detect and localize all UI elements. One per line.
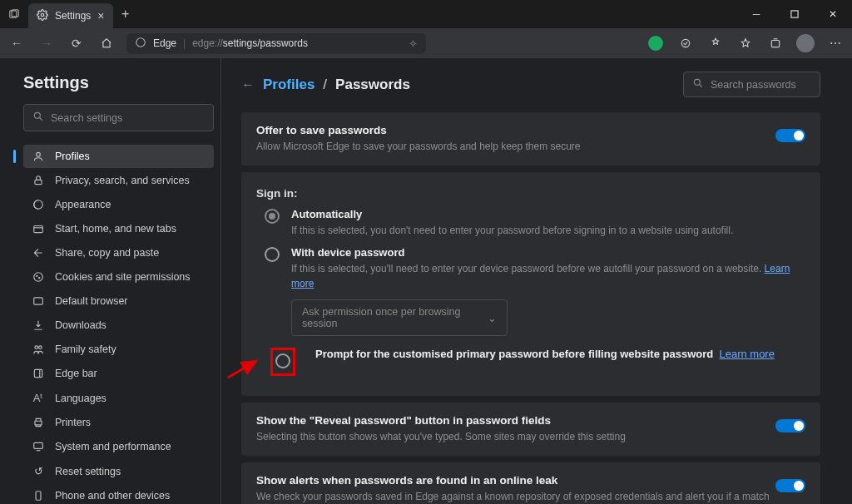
svg-point-8: [37, 152, 41, 156]
svg-rect-20: [34, 442, 43, 448]
signin-heading: Sign in:: [256, 184, 805, 208]
svg-rect-6: [771, 41, 779, 47]
cookie-icon: [32, 271, 45, 283]
annotation-arrow: [226, 356, 261, 381]
edge-icon: [135, 37, 146, 51]
sidebar-item-printers[interactable]: Printers: [23, 411, 214, 434]
sidebar-item-privacy[interactable]: Privacy, search, and services: [23, 169, 214, 192]
sidebar-item-edgebar[interactable]: Edge bar: [23, 362, 214, 385]
breadcrumb-current: Passwords: [335, 77, 410, 93]
phone-icon: [32, 490, 45, 502]
alerts-section: Show alerts when passwords are found in …: [241, 462, 820, 504]
radio-prompt[interactable]: [275, 353, 290, 368]
radio-device[interactable]: [265, 247, 280, 262]
offer-title: Offer to save passwords: [256, 124, 775, 136]
sidebar-item-cookies[interactable]: Cookies and site permissions: [23, 265, 214, 289]
signin-auto-option[interactable]: Automatically If this is selected, you d…: [256, 208, 805, 238]
extensions-icon[interactable]: [702, 30, 729, 57]
extension-grammar-icon[interactable]: [642, 30, 669, 57]
reveal-row: Show the "Reveal password" button in pas…: [241, 403, 820, 456]
svg-rect-21: [36, 492, 41, 501]
refresh-button[interactable]: ⟳: [63, 30, 90, 57]
svg-rect-9: [35, 180, 42, 184]
sidebar-item-appearance[interactable]: Appearance: [23, 193, 214, 216]
svg-rect-19: [35, 421, 42, 425]
gear-icon: [37, 9, 48, 23]
svg-point-12: [34, 273, 43, 282]
svg-line-25: [228, 361, 256, 378]
favorites-icon[interactable]: [732, 30, 759, 57]
alerts-toggle[interactable]: [775, 479, 805, 492]
tabs-icon: [32, 223, 45, 235]
svg-point-13: [37, 275, 37, 276]
ask-permission-select[interactable]: Ask permission once per browsing session…: [291, 299, 508, 336]
breadcrumb-back-icon[interactable]: ←: [241, 77, 255, 92]
chevron-down-icon: ⌄: [488, 312, 497, 324]
new-tab-button[interactable]: +: [113, 7, 138, 22]
close-tab-icon[interactable]: ×: [97, 9, 104, 22]
sidebar-item-family[interactable]: Family safety: [23, 338, 214, 361]
svg-point-7: [34, 112, 40, 118]
sidebar-item-system[interactable]: System and performance: [23, 435, 214, 458]
breadcrumb-separator: /: [323, 77, 327, 93]
offer-save-passwords-row: Offer to save passwords Allow Microsoft …: [241, 112, 820, 166]
sidebar-item-downloads[interactable]: Downloads: [23, 314, 214, 337]
offer-desc: Allow Microsoft Edge to save your passwo…: [256, 139, 775, 154]
favorite-icon[interactable]: ✧: [409, 37, 418, 50]
reveal-toggle[interactable]: [775, 419, 805, 432]
sidebar-item-reset[interactable]: ↺Reset settings: [23, 459, 214, 483]
sidebar-item-start[interactable]: Start, home, and new tabs: [23, 217, 214, 240]
share-icon: [32, 247, 45, 259]
profile-icon: [32, 151, 45, 162]
minimize-button[interactable]: ─: [737, 0, 775, 28]
appearance-icon: [32, 199, 45, 210]
search-passwords-input[interactable]: Search passwords: [683, 72, 820, 97]
svg-point-4: [136, 37, 146, 47]
close-window-button[interactable]: ✕: [814, 0, 852, 28]
sidebar-item-default-browser[interactable]: Default browser: [23, 289, 214, 313]
tab-title: Settings: [55, 10, 91, 22]
sidebar-item-phone[interactable]: Phone and other devices: [23, 484, 214, 504]
home-button[interactable]: [93, 30, 120, 57]
language-icon: Aᵗ: [32, 392, 45, 404]
edgebar-icon: [32, 368, 45, 379]
workspaces-icon[interactable]: [0, 8, 28, 20]
svg-point-24: [694, 79, 700, 85]
svg-rect-15: [34, 298, 43, 304]
offer-toggle[interactable]: [775, 129, 805, 142]
svg-rect-3: [791, 11, 798, 17]
prompt-learn-more-link[interactable]: Learn more: [719, 348, 774, 360]
svg-rect-11: [34, 226, 43, 233]
search-settings-input[interactable]: Search settings: [23, 104, 214, 131]
forward-button: →: [33, 30, 60, 57]
svg-point-14: [39, 278, 40, 279]
signin-device-option[interactable]: With device password If this is selected…: [256, 246, 805, 291]
family-icon: [32, 343, 45, 355]
svg-rect-18: [34, 369, 42, 377]
sidebar-item-languages[interactable]: AᵗLanguages: [23, 386, 214, 410]
profile-button[interactable]: [792, 30, 819, 57]
svg-point-5: [681, 39, 689, 47]
breadcrumb-root[interactable]: Profiles: [263, 77, 315, 93]
settings-heading: Settings: [23, 73, 214, 92]
signin-prompt-option[interactable]: Prompt for the customised primary passwo…: [256, 348, 805, 376]
svg-point-16: [35, 346, 38, 349]
sidebar-item-profiles[interactable]: Profiles: [23, 145, 214, 168]
collections-icon[interactable]: [762, 30, 789, 57]
svg-point-2: [41, 13, 44, 17]
back-button[interactable]: ←: [3, 30, 30, 57]
printer-icon: [32, 417, 45, 428]
address-bar[interactable]: Edge | edge://settings/passwords ✧: [126, 33, 426, 54]
sidebar-item-share[interactable]: Share, copy and paste: [23, 241, 214, 264]
browser-tab[interactable]: Settings ×: [28, 3, 113, 28]
maximize-button[interactable]: [775, 0, 814, 28]
system-icon: [32, 441, 45, 452]
edge-label: Edge: [153, 37, 176, 49]
reset-icon: ↺: [32, 465, 45, 477]
signin-section: Sign in: Automatically If this is select…: [241, 172, 820, 396]
extension-icon[interactable]: [672, 30, 699, 57]
lock-icon: [32, 175, 45, 186]
radio-auto[interactable]: [265, 209, 280, 224]
more-button[interactable]: ⋯: [822, 30, 849, 57]
browser-icon: [32, 295, 45, 307]
